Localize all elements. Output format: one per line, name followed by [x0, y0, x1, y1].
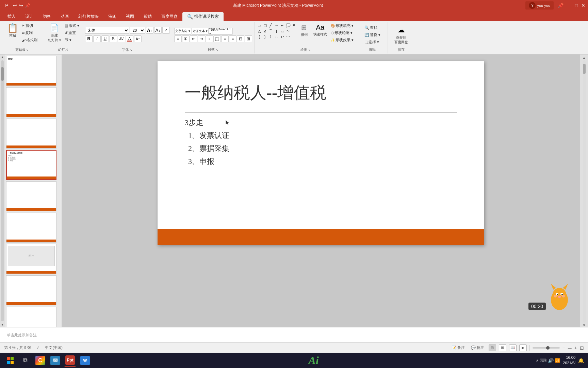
zoom-thumb[interactable]: [546, 346, 550, 350]
font-size-select[interactable]: 20: [130, 27, 145, 34]
shape-brace-r[interactable]: }: [262, 34, 268, 40]
word-button[interactable]: W: [79, 354, 91, 367]
cut-button[interactable]: ✂ 剪切: [20, 22, 39, 29]
strikethrough-button[interactable]: S: [110, 35, 117, 42]
shape-arrow[interactable]: →: [274, 22, 279, 28]
slide-thumb-2[interactable]: [6, 87, 56, 117]
minimize-button[interactable]: —: [568, 3, 572, 7]
slide-thumb-5[interactable]: [6, 181, 56, 211]
text-direction-button[interactable]: 文字方向 ▾: [174, 28, 191, 35]
copy-button[interactable]: ⧉ 复制: [20, 30, 39, 36]
slide-thumb-7[interactable]: 图片: [6, 244, 56, 274]
clock-display[interactable]: 16:00 2021/5/: [563, 355, 575, 366]
shape-callout[interactable]: 💬: [285, 22, 291, 28]
new-slide-button[interactable]: 📄 新建幻灯片 ▾: [46, 22, 63, 44]
increase-indent-button[interactable]: ⇥: [198, 35, 205, 42]
shape-curve[interactable]: ∫: [274, 28, 279, 34]
shape-rounded-rect[interactable]: ▢: [262, 22, 268, 28]
italic-button[interactable]: I: [93, 35, 101, 42]
tab-qiehuan[interactable]: 切换: [38, 12, 56, 21]
scroll-track[interactable]: [1, 60, 4, 321]
shape-bent-arrow[interactable]: ↩: [280, 34, 285, 40]
reading-view-button[interactable]: 📖: [509, 344, 517, 351]
tab-help[interactable]: 帮助: [139, 12, 157, 21]
bullets-button[interactable]: ≡: [174, 35, 182, 42]
shape-line[interactable]: ╱: [268, 22, 274, 28]
align-center-button[interactable]: ≡: [221, 35, 229, 42]
tab-sheji[interactable]: 设计: [20, 12, 38, 21]
shadow-button[interactable]: A⁺: [134, 35, 142, 42]
align-text-button[interactable]: 对齐文本 ▾: [192, 28, 209, 35]
notification-button[interactable]: 🔔: [578, 358, 584, 363]
tray-arrow[interactable]: ∧: [536, 358, 538, 362]
col-layout-button[interactable]: ⊞: [245, 35, 252, 42]
tab-shenyue[interactable]: 审阅: [103, 12, 121, 21]
quick-styles-button[interactable]: Aa 快速样式: [312, 22, 329, 38]
right-scroll-thumb[interactable]: [583, 64, 586, 74]
slide-thumb-3[interactable]: [6, 119, 56, 149]
font-size-increase-button[interactable]: A↑: [146, 27, 153, 34]
tab-shitu[interactable]: 视图: [121, 12, 139, 21]
zoom-slider[interactable]: [533, 347, 560, 349]
redo-button[interactable]: ↪: [19, 3, 23, 8]
layout-button[interactable]: ▤ 版式 ▾: [63, 22, 81, 29]
numbering-button[interactable]: ①: [182, 35, 190, 42]
right-scroll-up[interactable]: ▲: [583, 56, 586, 60]
scroll-thumb[interactable]: [1, 67, 4, 81]
close-button[interactable]: ✕: [581, 3, 585, 7]
start-menu-button[interactable]: [4, 354, 16, 367]
slide-item-2[interactable]: 2、票据采集: [185, 143, 457, 154]
shape-effect-button[interactable]: ✨ 形状效果 ▾: [329, 37, 355, 43]
normal-view-button[interactable]: ⊟: [489, 344, 496, 351]
reset-button[interactable]: ↺ 重置: [63, 30, 81, 36]
slide-thumb-9[interactable]: [6, 307, 56, 327]
zoom-out-button[interactable]: −: [562, 345, 565, 351]
justify-button[interactable]: ⊟: [237, 35, 244, 42]
shape-arc[interactable]: ⌒: [268, 28, 274, 34]
paste-button[interactable]: 📋 粘贴: [5, 22, 20, 39]
speaker-icon[interactable]: 🔊: [548, 358, 554, 363]
bold-button[interactable]: B: [85, 35, 93, 42]
tab-search[interactable]: 🔍 操作说明搜索: [182, 12, 224, 21]
slide-title[interactable]: 一般纳税人--增值税: [185, 82, 457, 104]
right-scroll-track[interactable]: [583, 60, 586, 323]
task-view-button[interactable]: ⧉: [19, 354, 31, 367]
font-family-select[interactable]: 宋体: [85, 27, 129, 34]
slideshow-view-button[interactable]: ▶: [519, 344, 527, 351]
section-button[interactable]: 节 ▾: [63, 37, 81, 43]
pin-button[interactable]: 📌: [25, 3, 30, 8]
shape-scribble[interactable]: 〜: [285, 28, 291, 34]
line-spacing-button[interactable]: ↕: [206, 35, 213, 42]
shape-freeform[interactable]: ⌓: [280, 28, 285, 34]
notes-area[interactable]: 单击此处添加备注: [0, 327, 588, 342]
fit-button[interactable]: ⊡: [580, 345, 584, 351]
comments-toggle-button[interactable]: 💬 批注: [469, 344, 486, 351]
font-color-button[interactable]: A: [126, 35, 133, 42]
shape-fill-button[interactable]: 🎨 形状填充 ▾: [329, 22, 355, 29]
shape-more[interactable]: ▼: [291, 22, 297, 28]
vertical-scroll-bar[interactable]: ▲ ▼: [0, 55, 5, 327]
slide-thumb-8[interactable]: [6, 275, 56, 305]
char-spacing-button[interactable]: AV: [118, 35, 125, 42]
arrange-button[interactable]: ⊞ 排列: [297, 22, 311, 38]
network-icon[interactable]: 📶: [555, 358, 560, 363]
powerpoint-button[interactable]: Ppt: [64, 354, 76, 367]
smartart-button[interactable]: 转换为SmartArt ▾: [209, 28, 233, 35]
slide-item-3[interactable]: 3、申报: [185, 156, 457, 167]
shape-triangle[interactable]: △: [257, 28, 262, 34]
shape-elbow[interactable]: ⌐: [280, 22, 285, 28]
tab-slideshow[interactable]: 幻灯片放映: [74, 12, 103, 21]
shape-more2[interactable]: ⋯: [285, 34, 291, 40]
slide-canvas[interactable]: 一般纳税人--增值税 3步走 1、发票认证 2、票据采集 3、申报: [158, 61, 484, 245]
user-area[interactable]: Y you you: [525, 1, 554, 10]
slide-item-1[interactable]: 1、发票认证: [185, 131, 457, 141]
language-indicator[interactable]: 中文(中国): [45, 345, 62, 350]
keyboard-icon[interactable]: ⌨: [540, 358, 546, 363]
spell-check-icon[interactable]: ✓: [36, 346, 39, 350]
slide-sorter-button[interactable]: ⊞: [499, 344, 506, 351]
align-right-button[interactable]: ≡: [229, 35, 236, 42]
notes-toggle-button[interactable]: 📝 备注: [450, 344, 467, 351]
slide-thumb-1[interactable]: 申报: [6, 56, 56, 86]
decrease-indent-button[interactable]: ⇤: [190, 35, 197, 42]
shape-right-angle[interactable]: ⊿: [262, 28, 268, 34]
